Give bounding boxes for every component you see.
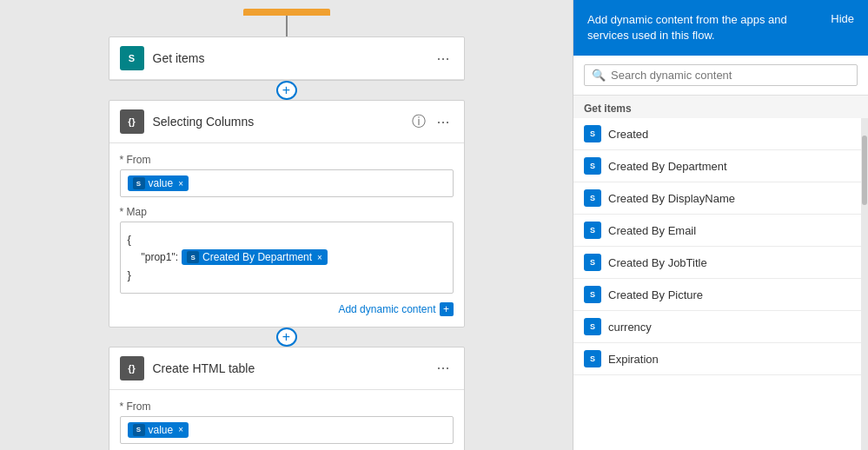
chip-sp-icon-2: S [187,251,199,263]
get-items-header: S Get items ··· [109,37,464,80]
item-icon-created-dept: S [584,157,601,175]
item-icon-expiration: S [584,350,601,367]
map-input[interactable]: { "prop1": S Created By Department × } [120,222,454,294]
list-item[interactable]: S Created By Picture [573,279,868,311]
chip-sp-icon: S [133,177,145,189]
search-input[interactable] [611,69,850,82]
item-icon-created-email: S [584,222,601,239]
map-row: "prop1": S Created By Department × [128,249,446,265]
from-field-group: * From S value × [120,154,454,197]
dynamic-content-panel: Add dynamic content from the apps and se… [573,0,868,450]
sharepoint-icon: S [120,46,144,70]
panel-search-area: 🔍 [573,56,868,96]
map-token-chip[interactable]: S Created By Department × [182,249,328,265]
add-dynamic-button[interactable]: Add dynamic content + [338,302,453,316]
panel-header-text: Add dynamic content from the apps and se… [587,12,820,43]
expression-icon-2: {} [120,356,144,381]
from-token-close[interactable]: × [178,179,183,189]
create-html-table-header: {} Create HTML table ··· [109,347,464,390]
create-html-table-body: * From S value × Show advanced options ∨ [109,390,464,450]
expression-icon-1: {} [120,109,144,134]
add-step-2[interactable]: + [276,328,297,347]
create-html-table-menu[interactable]: ··· [433,359,453,377]
info-icon[interactable]: ⓘ [412,113,426,131]
html-from-input[interactable]: S value × [120,416,454,444]
item-label-created-picture: Created By Picture [608,288,703,301]
list-item[interactable]: S Created By JobTitle [573,247,868,279]
flow-stub [243,9,330,36]
panel-items-list: S Created S Created By Department S Crea… [573,118,868,450]
map-open-brace: { [128,229,446,249]
html-from-token-chip[interactable]: S value × [128,422,189,438]
item-label-created-jobtitle: Created By JobTitle [608,256,707,269]
selecting-columns-header: {} Selecting Columns ⓘ ··· [109,101,464,143]
panel-section-label: Get items [573,96,868,118]
html-from-token-label: value [149,424,174,436]
from-token-label: value [149,177,174,189]
panel-hide-button[interactable]: Hide [831,12,854,25]
list-item[interactable]: S Created By Email [573,215,868,247]
map-token-close[interactable]: × [317,253,322,262]
get-items-menu[interactable]: ··· [433,50,453,68]
item-label-currency: currency [608,321,652,334]
selecting-columns-body: * From S value × * Map { "prop1" [109,143,464,327]
html-from-label: * From [120,400,454,413]
flow-canvas: S Get items ··· + {} Selecting Columns ⓘ… [0,0,573,450]
item-label-created-dn: Created By DisplayName [608,192,735,205]
item-icon-created-dn: S [584,189,601,207]
map-close-brace: } [128,265,446,285]
create-html-table-title: Create HTML table [153,361,434,375]
from-token-chip[interactable]: S value × [128,175,189,191]
connector-line-top [286,16,288,36]
add-dynamic-label: Add dynamic content [338,303,435,315]
map-token-label: Created By Department [202,251,312,263]
get-items-title: Get items [153,51,434,65]
selecting-columns-menu[interactable]: ··· [433,113,453,131]
html-from-token-close[interactable]: × [178,425,183,434]
create-html-table-card: {} Create HTML table ··· * From S value … [109,347,465,450]
list-item[interactable]: S Created By DisplayName [573,182,868,215]
selecting-columns-title: Selecting Columns [153,115,413,129]
selecting-columns-card: {} Selecting Columns ⓘ ··· * From S valu… [109,100,465,328]
html-from-field-group: * From S value × [120,400,454,444]
list-item[interactable]: S Created [573,118,868,150]
from-input[interactable]: S value × [120,169,454,197]
map-prop-key: "prop1": [142,251,179,263]
item-label-created: Created [608,128,648,141]
search-box: 🔍 [584,64,858,86]
add-dynamic-link: Add dynamic content + [120,302,454,316]
add-step-1[interactable]: + [276,81,297,100]
add-dynamic-plus-icon: + [440,302,454,316]
item-icon-created-jobtitle: S [584,254,601,271]
item-label-expiration: Expiration [608,353,659,366]
get-items-card: S Get items ··· [109,36,465,81]
search-icon: 🔍 [592,69,606,82]
chip-sp-icon-3: S [133,424,145,436]
map-field-group: * Map { "prop1": S Created By Department… [120,206,454,294]
item-icon-created: S [584,125,601,142]
item-label-created-email: Created By Email [608,224,696,237]
panel-header: Add dynamic content from the apps and se… [573,0,868,56]
list-item[interactable]: S Created By Department [573,150,868,182]
list-item[interactable]: S currency [573,311,868,343]
map-label: * Map [120,206,454,218]
from-label: * From [120,154,454,166]
item-icon-currency: S [584,318,601,335]
scrollbar-track[interactable] [861,118,868,450]
scrollbar-thumb[interactable] [862,136,867,205]
stub-bar [243,9,330,16]
list-item[interactable]: S Expiration [573,343,868,375]
item-label-created-dept: Created By Department [608,160,727,173]
item-icon-created-picture: S [584,286,601,303]
